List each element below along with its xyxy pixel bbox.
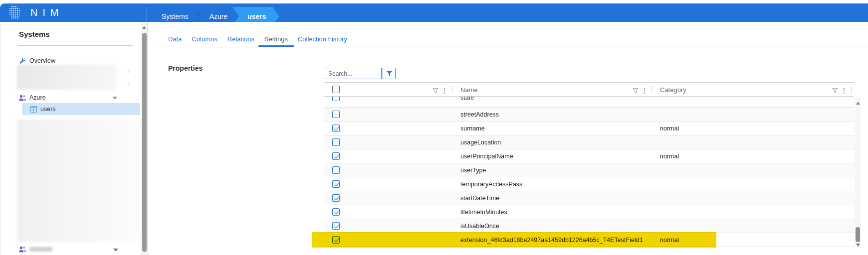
- tree-tick-icon: [126, 69, 130, 73]
- kebab-menu-icon[interactable]: [843, 87, 845, 96]
- property-name: userType: [460, 167, 486, 174]
- table-row[interactable]: usageLocation: [324, 135, 854, 149]
- brand: NIM: [7, 3, 64, 22]
- row-checkbox[interactable]: [332, 208, 340, 216]
- property-category: normal: [660, 153, 679, 160]
- sidebar-item-label: Overview: [29, 57, 55, 64]
- tree-tick-icon: [126, 83, 130, 87]
- breadcrumb-item-systems[interactable]: Systems: [155, 12, 196, 20]
- column-divider: [452, 86, 452, 94]
- chevron-right-icon: [197, 10, 202, 22]
- column-header-category[interactable]: Category: [660, 86, 686, 94]
- sidebar-item-label: Azure: [29, 94, 46, 101]
- row-checkbox[interactable]: [332, 194, 340, 202]
- property-name: temporaryAccessPass: [460, 181, 522, 188]
- table-row[interactable]: userType: [324, 163, 854, 177]
- table-scrollbar-thumb[interactable]: [856, 227, 860, 242]
- sidebar-item-overview[interactable]: Overview: [18, 56, 55, 65]
- app-title: NIM: [30, 7, 64, 18]
- column-divider: [651, 86, 652, 94]
- row-checkbox[interactable]: [332, 111, 340, 118]
- property-name: startDateTime: [460, 195, 499, 202]
- nim-logo-icon: [7, 5, 22, 20]
- tab-relations[interactable]: Relations: [227, 35, 254, 47]
- row-checkbox[interactable]: [332, 222, 340, 230]
- funnel-filled-icon: [386, 71, 393, 77]
- column-divider: [851, 86, 852, 94]
- scroll-down-arrow-icon[interactable]: [856, 244, 860, 247]
- property-name: lifetimeInMinutes: [460, 209, 507, 216]
- sidebar-item-label: users: [40, 106, 56, 113]
- property-name: streetAddress: [460, 111, 499, 118]
- breadcrumb-item-azure[interactable]: Azure: [203, 12, 235, 20]
- redacted-content: [17, 120, 140, 242]
- table-body: statestreetAddresssurnamenormalusageLoca…: [324, 97, 854, 247]
- property-category: normal: [660, 125, 679, 132]
- section-title: Properties: [168, 64, 203, 72]
- search-filter-button[interactable]: [383, 68, 396, 79]
- row-checkbox[interactable]: [332, 180, 340, 188]
- property-name: userPrincipalName: [460, 153, 513, 160]
- table-row[interactable]: userPrincipalNamenormal: [324, 149, 854, 163]
- table-grid-icon: [29, 106, 37, 113]
- tab-collection-history[interactable]: Collection history: [298, 35, 347, 47]
- table-row[interactable]: extension_46fd3ad18be2497aa1459db1226a4b…: [324, 233, 854, 247]
- table-header: Name Category: [324, 82, 854, 97]
- table-scrollbar[interactable]: [855, 97, 861, 248]
- table-row[interactable]: isUsableOnce: [324, 219, 854, 233]
- main-content: Data Columns Relations Settings Collecti…: [148, 22, 868, 255]
- table-row[interactable]: temporaryAccessPass: [324, 177, 854, 191]
- tab-bar: Data Columns Relations Settings Collecti…: [168, 31, 347, 47]
- sidebar-divider: [18, 45, 133, 46]
- tab-settings[interactable]: Settings: [258, 35, 294, 47]
- property-name: isUsableOnce: [460, 223, 499, 230]
- select-all-checkbox[interactable]: [332, 86, 340, 93]
- filter-icon[interactable]: [433, 87, 438, 96]
- row-checkbox[interactable]: [332, 138, 340, 146]
- kebab-menu-icon[interactable]: [443, 87, 445, 96]
- people-icon: [18, 246, 26, 253]
- sidebar-scrollbar-thumb[interactable]: [142, 33, 147, 252]
- caret-down-icon[interactable]: [112, 97, 117, 100]
- filter-icon[interactable]: [633, 87, 639, 96]
- property-name: state: [460, 97, 474, 101]
- table-row[interactable]: streetAddress: [324, 108, 854, 122]
- tab-columns[interactable]: Columns: [192, 35, 217, 47]
- table-row[interactable]: startDateTime: [324, 191, 854, 205]
- table-row[interactable]: surnamenormal: [324, 122, 854, 135]
- row-checkbox[interactable]: [332, 166, 340, 174]
- properties-table: Name Category statestreetAddresssurnamen…: [324, 82, 854, 247]
- sidebar-item-azure[interactable]: Azure: [18, 93, 46, 102]
- sidebar-item-redacted[interactable]: [18, 245, 52, 254]
- scroll-up-arrow-icon[interactable]: [142, 26, 146, 29]
- kebab-menu-icon[interactable]: [644, 87, 646, 96]
- app-header: NIM Systems Azure users: [0, 3, 868, 22]
- people-icon: [18, 94, 26, 101]
- table-row[interactable]: state: [324, 97, 854, 108]
- filter-icon[interactable]: [832, 87, 838, 96]
- sidebar-item-users[interactable]: users: [22, 103, 140, 115]
- table-row[interactable]: lifetimeInMinutes: [324, 205, 854, 219]
- sidebar: Systems Overview Azure: [0, 22, 148, 255]
- row-checkbox[interactable]: [332, 97, 340, 101]
- row-checkbox[interactable]: [332, 125, 340, 132]
- column-header-name[interactable]: Name: [460, 86, 478, 94]
- sidebar-scrollbar[interactable]: [141, 22, 147, 255]
- window-top-strip: [0, 0, 868, 3]
- property-name: surname: [460, 125, 485, 132]
- property-name: extension_46fd3ad18be2497aa1459db1226a4b…: [460, 237, 643, 244]
- property-category: normal: [660, 237, 679, 244]
- scroll-up-arrow-icon[interactable]: [856, 102, 860, 105]
- breadcrumb-active-label: users: [247, 12, 266, 20]
- wrench-icon: [18, 57, 26, 64]
- search-input[interactable]: [325, 68, 382, 79]
- redacted-content: [17, 65, 117, 90]
- sidebar-title: Systems: [19, 30, 50, 38]
- tab-data[interactable]: Data: [168, 35, 182, 47]
- property-name: usageLocation: [460, 139, 501, 146]
- row-checkbox[interactable]: [332, 152, 340, 160]
- caret-icon[interactable]: [113, 249, 118, 252]
- app-window: NIM Systems Azure users Systems Overview: [0, 0, 868, 255]
- row-checkbox[interactable]: [332, 236, 340, 244]
- redacted-label: [29, 247, 52, 252]
